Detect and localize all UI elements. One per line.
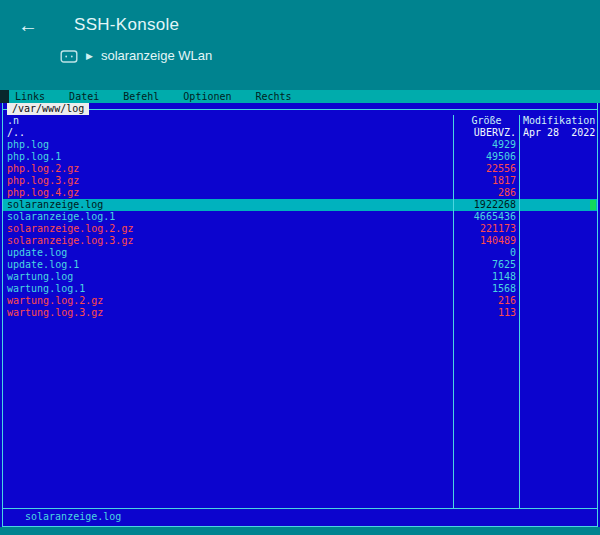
file-size: 1148 [453,271,519,283]
menu-item-datei[interactable]: Datei [67,90,101,103]
menu-item-links[interactable]: Links [13,90,47,103]
file-name: solaranzeige.log [3,199,453,211]
column-size[interactable]: Größe [453,115,519,127]
mc-menubar: LinksDateiBefehlOptionenRechts [0,90,600,103]
file-date: Apr 28 2022 [519,127,597,139]
file-row[interactable]: wartung.log.3.gz 113 Nov 4 23:55 [3,307,597,319]
file-date: Nov 4 23:55 [519,307,597,319]
file-date: Nov 24 02:53 [519,139,597,151]
terminal-cursor [590,200,596,210]
terminal-screen: LinksDateiBefehlOptionenRechts /var/www/… [0,90,600,527]
file-row[interactable]: php.log.2.gz 22556 Nov 10 19:00 [3,163,597,175]
current-path: /var/www/log [7,103,89,115]
file-name: php.log.3.gz [3,175,453,187]
file-size: 216 [453,295,519,307]
file-name: solaranzeige.log.3.gz [3,235,453,247]
file-size: 4929 [453,139,519,151]
menu-item-optionen[interactable]: Optionen [181,90,233,103]
file-name: solaranzeige.log.2.gz [3,223,453,235]
file-date: Jul 17 17:02 [519,187,597,199]
file-row[interactable]: solaranzeige.log.2.gz 221173 Nov 12 00:0… [3,223,597,235]
file-row[interactable]: update.log 0 Nov 5 00:00 [3,247,597,259]
connection-row[interactable]: ▶ solaranzeige WLan [60,48,600,63]
file-row[interactable]: wartung.log 1148 Nov 23 23:55 [3,271,597,283]
connection-name: solaranzeige WLan [101,48,212,63]
expand-arrow-icon: ▶ [86,51,93,61]
file-row[interactable]: php.log.3.gz 1817 Nov 4 23:17 [3,175,597,187]
page-title: SSH-Konsole [74,15,179,35]
file-size: 49506 [453,151,519,163]
file-size: 1568 [453,283,519,295]
file-size: 1922268 [453,199,519,211]
mini-status: solaranzeige.log [3,508,597,526]
back-button[interactable]: ← [18,14,38,36]
mc-file-panel: /var/www/log .n Name Größe Modifikation … [2,103,598,527]
file-name: wartung.log.2.gz [3,295,453,307]
file-size: 286 [453,187,519,199]
file-date: Nov 12 00:00 [519,223,597,235]
app-header: ← SSH-Konsole ▶ solaranzeige WLan [0,0,600,90]
file-name: php.log.1 [3,151,453,163]
file-row[interactable]: php.log.1 49506 Nov 18 21:00 [3,151,597,163]
file-row[interactable]: solaranzeige.log.1 4665436 Nov 19 00:00 [3,211,597,223]
file-date: Nov 18 23:55 [519,283,597,295]
file-name: php.log [3,139,453,151]
file-date: Nov 11 23:55 [519,295,597,307]
file-row[interactable]: update.log.1 7625 Nov 1 15:23 [3,259,597,271]
terminal-corner [0,90,9,103]
file-size: 0 [453,247,519,259]
file-name: php.log.2.gz [3,163,453,175]
file-row[interactable]: solaranzeige.log 1922268 Nov 24 09:5 [3,199,597,211]
file-list: php.log 4929 Nov 24 02:53 php.log.1 4950… [3,139,597,319]
file-row[interactable]: php.log.4.gz 286 Jul 17 17:02 [3,187,597,199]
file-row[interactable]: wartung.log.2.gz 216 Nov 11 23:55 [3,295,597,307]
file-name: update.log.1 [3,259,453,271]
file-size: 221173 [453,223,519,235]
app-window: ← SSH-Konsole ▶ solaranzeige WLan LinksD… [0,0,600,535]
file-date: Nov 5 00:00 [519,235,597,247]
file-date: Nov 18 21:00 [519,151,597,163]
file-date: Nov 23 23:55 [519,271,597,283]
file-date: Nov 24 09:5 [519,199,597,211]
file-name: solaranzeige.log.1 [3,211,453,223]
file-date: Nov 1 15:23 [519,259,597,271]
menu-item-rechts[interactable]: Rechts [254,90,294,103]
titlebar: ← SSH-Konsole [0,0,600,36]
file-name: /.. [3,127,453,139]
panel-filler [3,319,597,508]
bottom-bar [0,527,600,535]
file-size: 4665436 [453,211,519,223]
file-size: 7625 [453,259,519,271]
column-modified[interactable]: Modifikation [519,115,597,127]
file-row[interactable]: php.log 4929 Nov 24 02:53 [3,139,597,151]
file-size: 140489 [453,235,519,247]
file-name: wartung.log.3.gz [3,307,453,319]
file-date: Nov 19 00:00 [519,211,597,223]
panel-top-border: /var/www/log [3,103,597,115]
file-size: 1817 [453,175,519,187]
file-size: 113 [453,307,519,319]
file-size: ÜBERVZ. [453,127,519,139]
parent-dir-row[interactable]: /.. ÜBERVZ. Apr 28 2022 [3,127,597,139]
file-row[interactable]: solaranzeige.log.3.gz 140489 Nov 5 00:00 [3,235,597,247]
file-row[interactable]: wartung.log.1 1568 Nov 18 23:55 [3,283,597,295]
file-date: Nov 10 19:00 [519,163,597,175]
file-name: wartung.log.1 [3,283,453,295]
file-date: Nov 5 00:00 [519,247,597,259]
file-name: php.log.4.gz [3,187,453,199]
column-headers: .n Name Größe Modifikation [3,115,597,127]
sort-indicator[interactable]: .n [7,115,19,127]
file-size: 22556 [453,163,519,175]
file-date: Nov 4 23:17 [519,175,597,187]
menu-item-befehl[interactable]: Befehl [121,90,161,103]
file-name: update.log [3,247,453,259]
terminal-device-icon [60,49,78,63]
file-name: wartung.log [3,271,453,283]
